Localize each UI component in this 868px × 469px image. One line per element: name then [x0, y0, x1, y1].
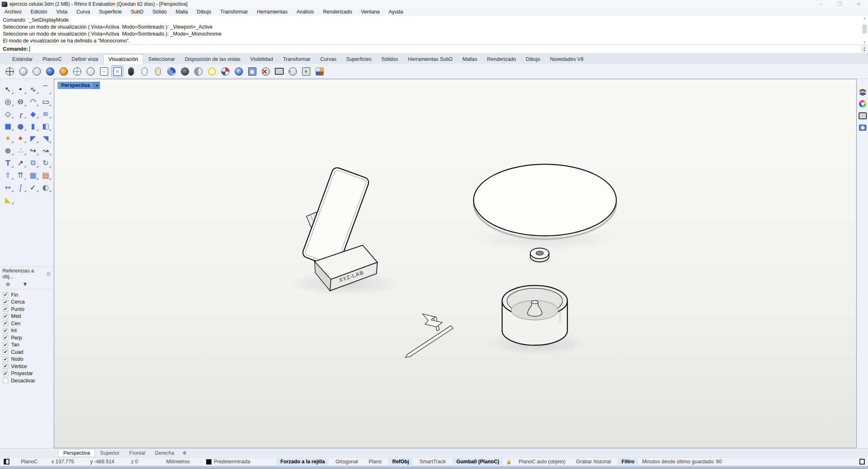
tool-blend-curve-icon[interactable]: ↝ [39, 144, 52, 156]
osnap-row-tan[interactable]: ✔Tan [3, 342, 53, 349]
osnap-row-desactivar[interactable]: Desactivar [3, 377, 53, 384]
tool-control-point-curve-icon[interactable]: ∿ [27, 83, 40, 95]
menu-ventana[interactable]: Ventana [356, 8, 384, 16]
scrollbar-thumb[interactable] [862, 25, 867, 34]
toggle-gumball[interactable]: Gumball (PlanoC) [453, 458, 503, 465]
osnap-row-nodo[interactable]: ✔Nodo [3, 356, 53, 363]
apply-display-mode-icon[interactable]: ➧ [300, 66, 312, 77]
tool-solid-deform-icon[interactable]: ◧ [39, 120, 52, 132]
checkbox[interactable]: ✔ [3, 349, 8, 355]
tool-copy-icon[interactable]: ⧉ [27, 156, 40, 169]
osnap-row-cuad[interactable]: ✔Cuad [3, 348, 53, 356]
tool-split-icon[interactable]: ◥ [39, 132, 52, 144]
tool-fillet-curves-icon[interactable]: ╭ [14, 107, 27, 120]
shaded-mode-icon[interactable] [18, 66, 29, 77]
tool-rectangle-icon[interactable]: ▭ [39, 95, 52, 107]
menu-solido[interactable]: Sólido [148, 8, 171, 16]
tab-solidos[interactable]: Sólidos [376, 55, 403, 64]
tab-mallas[interactable]: Mallas [458, 55, 482, 64]
layers-panel-icon[interactable] [859, 88, 867, 96]
tool-solid-box-icon[interactable]: ■ [2, 120, 14, 132]
tool-boolean-difference-icon[interactable]: ✦ [14, 132, 27, 144]
osnap-row-proyectar[interactable]: ✔Proyectar [3, 370, 53, 377]
menu-archivo[interactable]: Archivo [0, 8, 26, 16]
active-layer-name[interactable]: Predeterminada [211, 459, 260, 465]
restore-icon[interactable]: ❐ [830, 0, 849, 8]
tool-text-object-icon[interactable]: T [2, 156, 14, 169]
tool-arc-icon[interactable]: ◠ [27, 95, 40, 107]
tab-novedades-v8[interactable]: Novedades V8 [545, 55, 588, 64]
tool-boolean-union-icon[interactable]: ⊕ [2, 144, 14, 156]
tab-superficies[interactable]: Superficies [341, 55, 376, 64]
toggle-record-history[interactable]: Grabar historial [572, 458, 614, 465]
statusbar-pane-icon[interactable] [859, 459, 865, 465]
tool-adjust-end-bulge-icon[interactable]: ↪ [27, 144, 40, 156]
units-selector[interactable]: Milímetros [164, 459, 192, 465]
tool-scale-icon[interactable]: ↔ [2, 181, 14, 193]
checkbox[interactable]: ✔ [3, 328, 8, 333]
checkbox[interactable]: ✔ [3, 292, 8, 297]
viewport-tab-frontal[interactable]: Frontal [125, 449, 150, 457]
tool-group-icon[interactable]: ∴ [14, 144, 27, 156]
toggle-grid-snap[interactable]: Forzado a la rejilla [277, 458, 329, 465]
checkbox[interactable]: ✔ [3, 357, 8, 362]
tool-surface-3pt-icon[interactable]: ◆ [27, 107, 40, 120]
viewport-tab-derecha[interactable]: Derecha [150, 449, 179, 457]
pen-monochrome-mode-icon[interactable]: ≈ [112, 66, 123, 77]
ring-model[interactable] [530, 248, 549, 262]
backface-settings-icon[interactable]: ▣ [247, 66, 258, 77]
osnap-row-cerca[interactable]: ✔Cerca [3, 299, 53, 306]
new-viewport-tab-icon[interactable]: ✥ [183, 450, 187, 456]
viewport-title-label[interactable]: Perspectiva [58, 82, 93, 89]
tab-seleccionar[interactable]: Seleccionar [143, 55, 180, 64]
tab-estandar[interactable]: Estándar [7, 55, 38, 64]
arctic-mode-icon[interactable] [139, 66, 150, 77]
display-panel-icon[interactable] [859, 100, 867, 108]
tool-polygon-icon[interactable]: ◇ [2, 107, 14, 120]
toggle-planar[interactable]: Plano [365, 458, 385, 465]
checkbox[interactable]: ✔ [3, 371, 8, 376]
tab-disposicion[interactable]: Disposición de las vistas [180, 55, 245, 64]
viewport-tab-superior[interactable]: Superior [95, 449, 124, 457]
tool-trim-icon[interactable]: ◤ [27, 132, 40, 144]
menu-analisis[interactable]: Análisis [292, 8, 318, 16]
tool-move-icon[interactable]: ↗ [14, 156, 27, 169]
cplane-selector[interactable]: PlanoC [18, 459, 49, 465]
menu-dibujo[interactable]: Dibujo [192, 8, 216, 16]
tab-dibujo[interactable]: Dibujo [521, 55, 545, 64]
checkbox[interactable]: ✔ [3, 321, 8, 326]
technical-mode-icon[interactable] [85, 66, 96, 77]
raytraced-mode-icon[interactable] [58, 66, 69, 77]
shade-selected-icon[interactable] [179, 66, 190, 77]
checkbox[interactable]: ✔ [3, 299, 8, 305]
shade-objects-icon[interactable]: ▫ [287, 66, 298, 77]
menu-herramientas[interactable]: Herramientas [252, 8, 292, 16]
tool-curve-through-points-icon[interactable]: ⌒ [39, 83, 52, 95]
command-scrollbar[interactable]: ∧ ∨ [861, 16, 868, 44]
osnap-filter-tab-icon[interactable]: ▼ [22, 281, 28, 287]
tool-extrude-surface-icon[interactable]: ⇈ [14, 169, 27, 181]
viewport-tab-perspectiva[interactable]: Perspectiva [58, 449, 95, 457]
osnap-row-vertice[interactable]: ✔Vértice [3, 363, 53, 370]
tool-lasso-select-icon[interactable]: ◣ [2, 193, 14, 205]
hide-isocurves-icon[interactable]: ✕ [260, 66, 271, 77]
osnap-snap-tab-icon[interactable]: ⊚ [6, 281, 10, 287]
osnap-row-perp[interactable]: ✔Perp [3, 334, 53, 342]
osnap-row-punto[interactable]: ✔Punto [3, 306, 53, 313]
panel-grip[interactable]: ⋮ [861, 80, 865, 84]
tool-solid-cylinder-icon[interactable]: ▮ [27, 120, 40, 132]
tool-rectangular-array-icon[interactable]: ▦ [27, 169, 40, 181]
perspective-viewport[interactable]: Perspectiva ▾ [54, 79, 857, 448]
tool-surface-loft-icon[interactable]: ≋ [39, 107, 52, 120]
rendered-mode-icon[interactable] [45, 66, 56, 77]
analysis-mode-icon[interactable] [220, 66, 231, 77]
menu-subd[interactable]: SubD [126, 8, 148, 16]
spin-up-icon[interactable]: ▲ [863, 46, 866, 49]
viewport-layout-panel-icon[interactable] [859, 123, 867, 132]
color-swatch-icon[interactable] [4, 459, 9, 465]
cup-model[interactable] [502, 286, 568, 345]
toolbox-grip[interactable]: ∙ ∙ ∙ ∙ [0, 79, 53, 83]
toggle-filter[interactable]: Filtro [618, 458, 638, 465]
osnap-row-int[interactable]: ✔Int [3, 327, 53, 335]
active-layer-swatch[interactable] [206, 459, 211, 465]
